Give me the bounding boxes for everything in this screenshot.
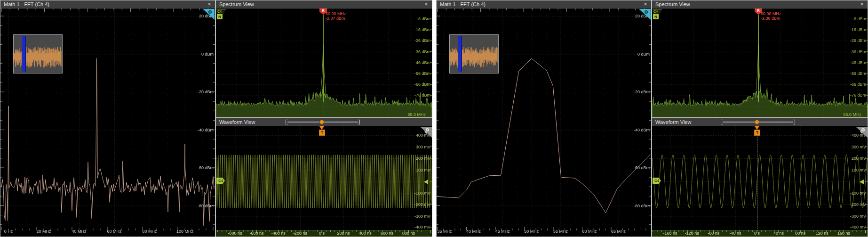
- tick-label: 60 MHz: [100, 229, 129, 234]
- tick-label: 0 dBm: [621, 52, 650, 57]
- close-icon[interactable]: ×: [859, 0, 865, 8]
- scrollbar-right-bracket[interactable]: [358, 120, 360, 124]
- panel-header-math-fft-left[interactable]: Math 1 - FFT (Ch 4) ×: [0, 0, 215, 8]
- tick-label: -6 dBm: [837, 16, 866, 21]
- trigger-position-line: [757, 130, 757, 229]
- tick-label: 200 mV: [837, 156, 866, 161]
- magnifier-icon: [426, 128, 429, 131]
- marker-amplitude-readout: -2.38 dBm: [761, 16, 780, 21]
- tick-label: -46 dBm: [837, 60, 866, 65]
- tick-label: -60 dBm: [184, 165, 214, 170]
- tick-label: 35 MHz: [430, 229, 459, 234]
- panel-math-fft-right: Math 1 - FFT (Ch 4) ×: [436, 0, 652, 237]
- tick-label: -20 dBm: [621, 90, 650, 94]
- tick-label: -80 dBm: [621, 204, 650, 208]
- tick-label: -100 mV: [401, 191, 430, 196]
- waveform-plot-right[interactable]: [652, 126, 868, 237]
- marker-frequency-readout: 50.00 MHz: [761, 11, 781, 16]
- tick-label: 60 MHz: [575, 229, 604, 234]
- tick-label: -66 dBm: [401, 82, 430, 87]
- panel-spectrum-left: Spectrum View ×: [215, 0, 432, 118]
- close-icon[interactable]: ×: [206, 0, 213, 8]
- panel-header-spectrum-left[interactable]: Spectrum View ×: [216, 0, 432, 8]
- tick-label: 0 Hz: [0, 229, 23, 234]
- fft-plot-right[interactable]: [437, 8, 651, 237]
- trigger-arrow-icon[interactable]: [319, 126, 324, 130]
- tick-label: -56 dBm: [401, 71, 430, 76]
- tick-label: 50 MHz: [517, 229, 546, 234]
- trigger-position-line: [322, 130, 322, 229]
- tick-label: -26 dBm: [837, 38, 866, 43]
- scrollbar-left-bracket[interactable]: [721, 120, 723, 124]
- scrollbar-right-bracket[interactable]: [793, 120, 795, 124]
- panel-header-math-fft-right[interactable]: Math 1 - FFT (Ch 4) ×: [437, 0, 651, 8]
- panel-header-spectrum-right[interactable]: Spectrum View ×: [652, 0, 868, 8]
- tick-label: 300 mV: [401, 145, 430, 149]
- panel-title: Spectrum View: [219, 1, 254, 7]
- tick-label: 40 MHz: [64, 229, 94, 234]
- tick-label: -300 mV: [401, 214, 430, 219]
- tick-label: 65 MHz: [604, 229, 633, 234]
- tick-label: 0 dBm: [184, 52, 214, 57]
- tick-label: -26 dBm: [401, 38, 430, 43]
- magnifier-icon: [861, 128, 865, 131]
- tick-label: 200 mV: [401, 156, 430, 161]
- tick-label: -66 dBm: [837, 82, 866, 87]
- tick-label: -400 mV: [401, 225, 430, 229]
- panel-title: Spectrum View: [655, 1, 690, 7]
- trigger-position-indicator[interactable]: [319, 120, 324, 124]
- tick-label: -400 mV: [837, 225, 866, 229]
- close-icon[interactable]: ×: [642, 0, 649, 8]
- fft-plot-left[interactable]: [0, 8, 215, 237]
- scrollbar-left-bracket[interactable]: [286, 120, 288, 124]
- tick-label: -56 dBm: [837, 71, 866, 76]
- magnifier-icon: [645, 10, 648, 14]
- trigger-flag[interactable]: T: [319, 130, 325, 136]
- panel-title: Math 1 - FFT (Ch 4): [4, 1, 49, 7]
- span-edge-frequency-label: 55.0 MHz: [833, 112, 861, 117]
- magnifier-icon: [208, 10, 212, 14]
- tick-label: 45 MHz: [488, 229, 517, 234]
- trigger-flag[interactable]: T: [754, 130, 760, 136]
- marker-frequency-readout: 50.00 MHz: [326, 11, 346, 16]
- tick-label: -60 dBm: [621, 165, 650, 170]
- tick-label: -46 dBm: [401, 60, 430, 65]
- tick-label: -36 dBm: [837, 49, 866, 54]
- tick-label: 100 mV: [837, 168, 866, 172]
- tick-label: 300 mV: [837, 145, 866, 149]
- panel-title: Math 1 - FFT (Ch 4): [440, 1, 486, 7]
- tick-label: 100 MHz: [170, 229, 199, 234]
- panel-spectrum-right: Spectrum View ×: [652, 0, 868, 118]
- tick-label: -200 mV: [401, 202, 430, 207]
- spectrum-plot-left[interactable]: [216, 8, 432, 117]
- tick-label: -16 dBm: [401, 27, 430, 32]
- tick-label: -76 dBm: [837, 93, 866, 98]
- panel-title: Waveform View: [219, 119, 255, 125]
- trigger-position-indicator[interactable]: [755, 120, 759, 124]
- waveform-plot-left[interactable]: [216, 126, 432, 237]
- tick-label: -36 dBm: [401, 49, 430, 54]
- panel-title: Waveform View: [655, 119, 691, 125]
- close-icon[interactable]: ×: [423, 0, 430, 8]
- trigger-arrow-icon[interactable]: [755, 126, 759, 130]
- tick-label: 80 MHz: [135, 229, 164, 234]
- spectrum-trace-type-badge[interactable]: N: [217, 14, 223, 19]
- marker-amplitude-readout: -2.37 dBm: [326, 16, 345, 21]
- spectrum-trace-type-badge[interactable]: N: [653, 14, 659, 19]
- tick-label: -300 mV: [837, 214, 866, 219]
- span-edge-frequency-label: 55.0 MHz: [398, 112, 426, 117]
- tick-label: -80 dBm: [184, 204, 214, 208]
- oscilloscope-screen: Math 1 - FFT (Ch 4) × Spectrum View × Wa…: [0, 0, 868, 237]
- tick-label: 20 MHz: [29, 229, 58, 234]
- tick-label: 55 MHz: [546, 229, 575, 234]
- tick-label: -100 mV: [837, 191, 866, 196]
- tick-label: -16 dBm: [837, 27, 866, 32]
- tick-label: -76 dBm: [401, 93, 430, 98]
- tick-label: -20 dBm: [184, 90, 214, 94]
- tick-label: 160 ns: [829, 231, 858, 236]
- tick-label: -40 dBm: [184, 128, 214, 132]
- spectrum-plot-right[interactable]: [652, 8, 868, 117]
- tick-label: -200 mV: [837, 202, 866, 207]
- tick-label: 800 ns: [394, 231, 423, 236]
- tick-label: 100 mV: [401, 168, 430, 172]
